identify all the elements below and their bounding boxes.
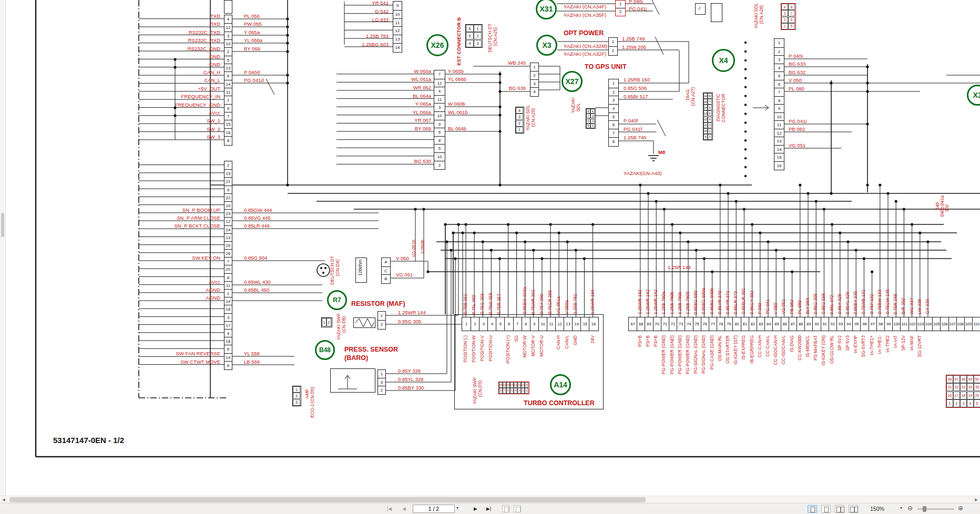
zoom-slider-thumb[interactable]	[923, 506, 926, 512]
pin-number: 84	[764, 317, 772, 331]
ecu-signal-label: CC-ISOCAN-L	[781, 335, 786, 364]
pin-number: 90	[812, 317, 820, 331]
a14-wire-label: 0.85BW 693a	[523, 287, 527, 314]
prev-page-button[interactable]: ◀	[401, 505, 407, 513]
zoom-out-button[interactable]: ⊖	[907, 505, 913, 512]
wire-label-vertical: (CN.A29)	[531, 108, 536, 127]
pin-number: 2	[530, 71, 538, 79]
zoom-in-button[interactable]: ⊕	[958, 505, 963, 512]
ecu-signal-label: SP-5V2	[838, 335, 842, 351]
pin-number: 86	[781, 317, 789, 331]
a14-wire-label: 0.75WR 391	[531, 290, 536, 314]
diagram-box	[695, 3, 706, 15]
wire-label: WL 061b	[448, 110, 468, 115]
pin-number: 16	[224, 305, 232, 313]
pin-number: 7	[224, 257, 232, 265]
zoom-dropdown-caret[interactable]: ▾	[900, 506, 902, 510]
layout-facing-icon[interactable]	[835, 505, 844, 513]
pin-number: 9	[530, 317, 538, 331]
ecu-wire-label: P 040	[758, 303, 762, 314]
wire-label-vertical: YAZAKI	[571, 98, 576, 114]
sdl-x27-grid: 84736251	[586, 108, 596, 129]
last-page-button[interactable]: ▶|	[485, 505, 493, 513]
wire-label: +5V_OUT	[198, 86, 220, 91]
pin-number: 8	[708, 93, 712, 99]
a14-wire-label: 0.75W 358	[488, 293, 493, 314]
pin-number: 12	[224, 217, 232, 225]
wire-label: SW CTWT MOVE	[180, 359, 220, 365]
pin-number: 95	[852, 317, 860, 331]
layout-facing-continuous-icon[interactable]	[849, 505, 858, 513]
wire-label: PL 080	[789, 86, 804, 91]
pin-number: 7	[586, 114, 590, 118]
first-page-button[interactable]: |◀	[385, 505, 393, 513]
pin-number: 15	[580, 317, 589, 331]
page-dropdown-caret[interactable]: ▾	[456, 506, 458, 510]
pin-number: 16	[224, 128, 232, 136]
pin-number: 80	[732, 317, 740, 331]
vertical-scrollbar[interactable]	[0, 0, 6, 496]
pin-number: 9	[703, 134, 708, 140]
pin-number: 5	[708, 110, 712, 116]
pin-number: 8	[522, 317, 530, 331]
v-scroll-thumb[interactable]	[1, 213, 4, 237]
wire-label-vertical: YAZAKI SDL	[754, 3, 759, 29]
pin-number: 71	[661, 317, 669, 331]
ecu-wire-label: 0.75R 348	[893, 294, 898, 314]
ecu-signal-label: OS-GLOW RL	[830, 335, 834, 364]
ecu-wire-label: 0.85GY 302	[750, 291, 754, 314]
pin-number: 2	[953, 399, 960, 407]
next-view-icon[interactable]	[514, 505, 521, 512]
pin-number: 6	[708, 105, 712, 110]
ecu-wire-label: 1.25B 780c	[678, 292, 682, 314]
ecu-wire-label: 1.25B 780d	[686, 292, 690, 314]
pin-number: 3	[609, 96, 618, 104]
pin-number: 3	[530, 79, 538, 87]
pin-number: 12	[703, 117, 708, 122]
pin-number: 11	[703, 122, 708, 128]
ecu-strip: 6768697071727374757677787980818283848586…	[628, 317, 980, 331]
h-scroll-thumb[interactable]	[9, 497, 646, 502]
layout-single-page-icon[interactable]	[808, 505, 817, 513]
wire-label-vertical: (CN.A27)	[691, 87, 696, 106]
pin-number: 2	[378, 386, 385, 394]
h-scroll-left-arrow[interactable]: ◀	[0, 496, 7, 503]
pin-number: 14	[393, 43, 402, 52]
pin-number: 1	[590, 124, 595, 128]
pin-number: 22	[224, 193, 232, 201]
pin-number: 3	[293, 399, 300, 406]
pin-number: 93	[836, 317, 844, 331]
layout-continuous-icon[interactable]	[821, 505, 831, 513]
ecu-signal-label: PG-CASE (GND)	[710, 335, 714, 369]
zoom-slider[interactable]	[917, 508, 954, 510]
ecu-signal-label: CC-CAN-H	[758, 335, 762, 357]
pin-number: 16	[589, 317, 597, 331]
pin-number: 12	[555, 317, 564, 331]
pin-number: 7	[609, 129, 618, 137]
pin-number: 1	[708, 134, 712, 140]
ecu-signal-label: IB-EGRPREG	[750, 335, 754, 363]
horizontal-scrollbar[interactable]: ◀ ▶	[0, 496, 980, 503]
pin-number: 4	[466, 40, 474, 47]
next-page-button[interactable]: ▶	[472, 505, 479, 513]
wire-label: WL 061a	[411, 77, 431, 82]
previous-view-icon[interactable]	[502, 505, 509, 512]
ecu-signal-label: PG-POWER (GND)	[670, 335, 675, 374]
diagram-box	[330, 368, 375, 393]
wire-label: LG 833	[372, 17, 389, 23]
ecu-signal-label: IA-THE2	[885, 335, 890, 353]
wire-label: (BARO)	[344, 355, 368, 362]
pin-number: 5	[974, 399, 980, 407]
wire-label: BG 630	[414, 159, 431, 164]
pin-number: 1	[462, 317, 471, 331]
h-scroll-right-arrow[interactable]: ▶	[973, 496, 980, 503]
pin-number: 1	[781, 23, 788, 29]
pin-number: 48	[960, 375, 967, 383]
ecu-wire-label: 0.85BY 330	[853, 291, 858, 314]
pin-number: 14	[224, 80, 232, 88]
ref-circle-B48: B48	[315, 340, 335, 360]
pin-number: 11	[517, 382, 521, 388]
pin-number: 14	[224, 297, 232, 305]
pin-number: 77	[709, 317, 717, 331]
page-number-input[interactable]	[413, 505, 455, 513]
